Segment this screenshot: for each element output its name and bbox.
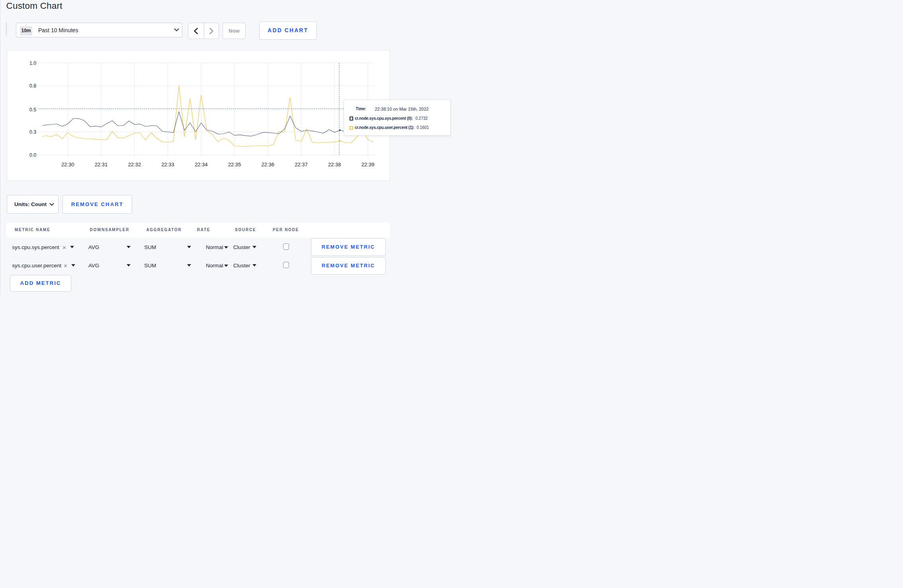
svg-text:22:30: 22:30 <box>61 162 74 167</box>
svg-text:0.5: 0.5 <box>29 107 36 113</box>
svg-text:22:36: 22:36 <box>261 162 274 167</box>
svg-text:22:38: 22:38 <box>328 162 341 167</box>
svg-text:0.3: 0.3 <box>29 129 36 135</box>
svg-text:22:39: 22:39 <box>361 162 374 167</box>
svg-text:22:34: 22:34 <box>194 162 207 167</box>
svg-text:22:35: 22:35 <box>228 162 241 167</box>
svg-text:0.8: 0.8 <box>29 83 36 89</box>
svg-text:22:33: 22:33 <box>161 162 174 167</box>
svg-text:1.0: 1.0 <box>29 60 36 66</box>
svg-text:0.0: 0.0 <box>29 152 36 158</box>
svg-text:22:37: 22:37 <box>295 162 308 167</box>
svg-text:22:31: 22:31 <box>94 162 108 167</box>
svg-text:22:32: 22:32 <box>128 162 141 167</box>
